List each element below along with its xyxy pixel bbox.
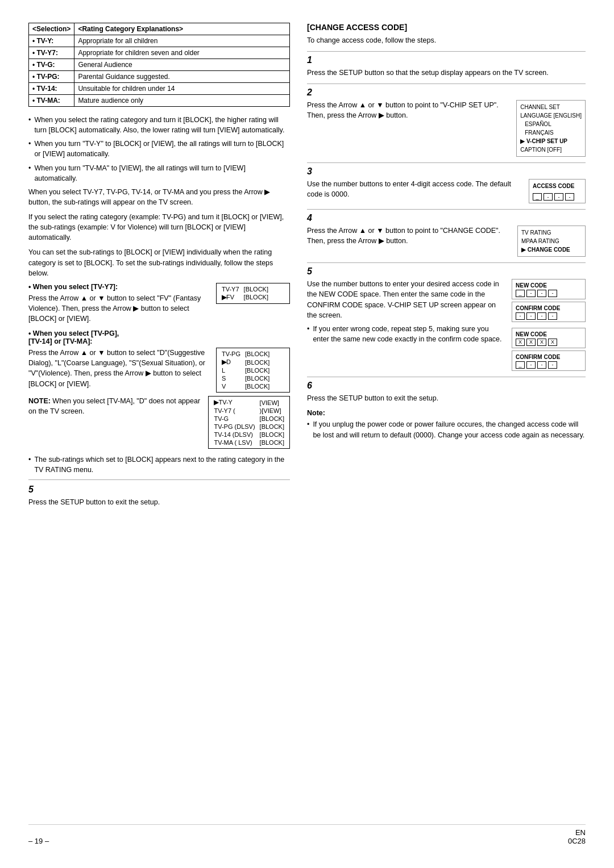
table-row: • TV-G: General Audience	[29, 59, 290, 71]
step2-box: CHANNEL SET LANGUAGE [ENGLISH] ESPAÑOL F…	[516, 100, 586, 157]
table-row: • TV-Y7: Appropriate for children seven …	[29, 47, 290, 59]
step1-text: Press the SETUP button so that the setup…	[307, 68, 586, 78]
code-cell: -	[548, 290, 557, 297]
note-section: Note: • If you unplug the power code or …	[307, 409, 586, 440]
box-label: ▶FV	[219, 293, 242, 302]
step4-text: Press the Arrow ▲ or ▼ button to point t…	[307, 226, 511, 246]
confirm-code-error-label: CONFIRM CODE	[516, 353, 582, 361]
step5-boxes: NEW CODE _ - - - CONFIRM CODE - -	[512, 279, 586, 371]
bullet-dot: •	[28, 115, 31, 135]
rating-label: • TV-G:	[29, 59, 74, 71]
bullet-text: When you select the rating category and …	[34, 115, 290, 135]
bullet-block: • When you turn "TV-Y" to [BLOCK] or [VI…	[28, 139, 290, 159]
new-code-error-label: NEW CODE	[516, 330, 582, 339]
box-value: [BLOCK]	[242, 293, 271, 302]
bullet-text: The sub-ratings which set to [BLOCK] app…	[34, 454, 290, 475]
step-divider	[307, 377, 586, 377]
box-value: [BLOCK]	[243, 382, 272, 390]
step1-number: 1	[307, 55, 586, 65]
bullet-text: When you turn "TV-MA" to [VIEW], the all…	[34, 163, 290, 183]
code-cell: _	[516, 361, 525, 369]
code-cell: -	[537, 312, 546, 320]
rating-label: • TV-MA:	[29, 95, 74, 107]
step3-row: Use the number buttons to enter 4-digit …	[307, 179, 586, 203]
code-cell: -	[537, 290, 546, 297]
step-divider	[307, 262, 586, 263]
new-code-label: NEW CODE	[516, 281, 582, 290]
step3-number: 3	[307, 166, 586, 177]
code-cell: -	[544, 193, 553, 201]
rating-desc: Appropriate for all children	[74, 35, 290, 47]
rating-desc: Parental Guidance suggested.	[74, 71, 290, 83]
box-label: TV-Y7	[219, 285, 242, 293]
box-label: L	[219, 366, 243, 374]
tvpg-box1: TV-PG[BLOCK] ▶D[BLOCK] L[BLOCK] S[BLOCK]…	[216, 348, 290, 393]
step5-bullet: • If you enter wrong code, repeat step 5…	[307, 324, 505, 344]
right-column: [CHANGE ACCESS CODE] To change access co…	[307, 23, 586, 819]
table-row: • TV-MA: Mature audience only	[29, 95, 290, 107]
code-cell: -	[526, 361, 536, 369]
box-label: TV-PG (DLSV)	[211, 423, 257, 431]
code-cell: X	[548, 339, 557, 346]
final-bullet: • The sub-ratings which set to [BLOCK] a…	[28, 454, 290, 475]
access-code-label: ACCESS CODE	[533, 182, 582, 191]
code-cell: -	[537, 361, 546, 369]
para3: You can set the sub-ratings to [BLOCK] o…	[28, 247, 290, 278]
note-text: If you unplug the power code or power fa…	[313, 419, 586, 440]
step5-left-number: 5	[28, 479, 290, 495]
step4-row: Press the Arrow ▲ or ▼ button to point t…	[307, 226, 586, 257]
menu-item: CAPTION [OFF]	[520, 145, 582, 154]
tvpg-body: Press the Arrow ▲ or ▼ button to select …	[28, 348, 210, 389]
para2: If you select the rating category (examp…	[28, 212, 290, 243]
step2-text: Press the Arrow ▲ or ▼ button to point t…	[307, 100, 509, 120]
new-code-row: _ - - -	[516, 290, 582, 297]
access-code-dots: _ - - -	[533, 193, 582, 201]
tvpg-section: • When you select [TV-PG],[TV-14] or [TV…	[28, 329, 290, 449]
rating-desc: General Audience	[74, 59, 290, 71]
step2-number: 2	[307, 87, 586, 98]
bullet-block: • When you select the rating category an…	[28, 115, 290, 135]
confirm-code-row: - - - -	[516, 312, 582, 320]
table-row: • TV-Y: Appropriate for all children	[29, 35, 290, 47]
box-label: TV-MA ( LSV)	[211, 439, 257, 446]
code-cell: -	[526, 290, 536, 297]
step6-text: Press the SETUP button to exit the setup…	[307, 393, 586, 403]
step4-box: TV RATING MPAA RATING ▶ CHANGE CODE	[517, 226, 586, 257]
menu-item: LANGUAGE [ENGLISH]	[520, 111, 582, 120]
note-label: Note:	[307, 409, 586, 417]
menu-item: ESPAÑOL	[520, 120, 582, 128]
footer-page: – 19 –	[28, 837, 49, 845]
tvy7-title: • When you select [TV-Y7]:	[28, 283, 210, 291]
step5-row: Use the number buttons to enter your des…	[307, 279, 586, 371]
footer: – 19 – EN 0C28	[28, 824, 586, 845]
box-value: [BLOCK]	[258, 439, 287, 446]
left-column: <Selection> <Rating Category Explanation…	[28, 23, 290, 819]
table-header-selection: <Selection>	[29, 23, 74, 35]
menu-item: CHANNEL SET	[520, 103, 582, 111]
step-divider	[307, 209, 586, 210]
bullet-dot: •	[28, 454, 31, 475]
box-value: [BLOCK]	[242, 285, 271, 293]
footer-code: EN 0C28	[568, 828, 586, 845]
box-value: [BLOCK]	[258, 431, 287, 439]
change-access-code-heading: [CHANGE ACCESS CODE]	[307, 23, 586, 32]
box-label: ▶TV-Y	[211, 398, 257, 407]
step5-number: 5	[307, 266, 586, 277]
table-row: • TV-14: Unsuitable for children under 1…	[29, 83, 290, 95]
tvpg-title: • When you select [TV-PG],[TV-14] or [TV…	[28, 329, 290, 345]
box-value: [BLOCK]	[243, 374, 272, 382]
table-header-category: <Rating Category Explanations>	[74, 23, 290, 35]
step-divider	[307, 84, 586, 84]
code-cell: -	[548, 361, 557, 369]
box-label: TV-Y7 (	[211, 407, 257, 415]
code-cell: X	[537, 339, 546, 346]
tvy7-body: Press the Arrow ▲ or ▼ button to select …	[28, 293, 210, 324]
step5-left-text: Press the SETUP button to exit the setup…	[28, 497, 290, 507]
step4-number: 4	[307, 213, 586, 223]
box-label: V	[219, 382, 243, 390]
code-cell: X	[516, 339, 525, 346]
menu-item: ▶ CHANGE CODE	[521, 245, 582, 254]
box-value: [BLOCK]	[243, 366, 272, 374]
menu-item: TV RATING	[521, 228, 582, 237]
box-label: TV-PG	[219, 350, 243, 358]
